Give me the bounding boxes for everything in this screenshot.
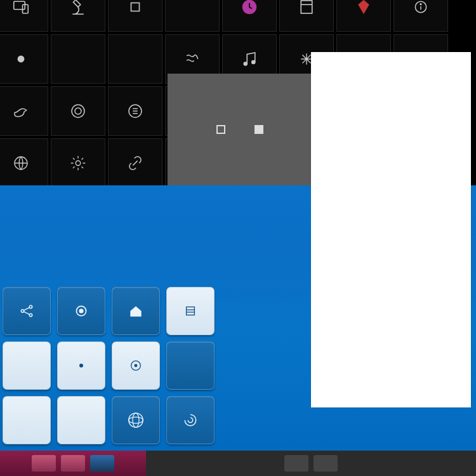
taskbar-accent-segment bbox=[0, 451, 146, 476]
tile-sphere[interactable] bbox=[112, 396, 160, 444]
svg-point-11 bbox=[252, 61, 255, 64]
devices-icon[interactable] bbox=[0, 0, 48, 32]
taskbar-apps-segment bbox=[146, 451, 476, 476]
svg-point-27 bbox=[135, 364, 137, 367]
svg-point-10 bbox=[244, 62, 247, 65]
taskbar-thumb[interactable] bbox=[284, 455, 308, 472]
svg-point-17 bbox=[21, 310, 23, 312]
tile-code[interactable] bbox=[3, 396, 51, 444]
restore-marker-icon bbox=[216, 125, 225, 134]
svg-point-25 bbox=[79, 364, 83, 367]
svg-rect-0 bbox=[14, 1, 25, 10]
blank-tile[interactable] bbox=[108, 34, 162, 84]
gem-icon[interactable] bbox=[336, 0, 391, 32]
gear-icon[interactable] bbox=[51, 138, 105, 188]
blank-window[interactable] bbox=[311, 52, 471, 407]
tile-swirl[interactable] bbox=[166, 396, 215, 444]
svg-point-9 bbox=[18, 56, 25, 63]
tile-home[interactable] bbox=[112, 287, 160, 335]
tile-app[interactable] bbox=[166, 287, 215, 335]
square-icon[interactable] bbox=[108, 0, 162, 32]
tile-blank[interactable] bbox=[166, 341, 215, 390]
overlay-panel[interactable] bbox=[168, 74, 312, 185]
svg-point-21 bbox=[79, 309, 83, 312]
tile-code-badge bbox=[13, 406, 41, 434]
tile-mini[interactable] bbox=[57, 396, 105, 444]
tile-ring[interactable] bbox=[57, 287, 105, 335]
frame-icon[interactable] bbox=[279, 0, 334, 32]
svg-point-29 bbox=[129, 417, 143, 423]
stop-marker-icon bbox=[255, 125, 263, 134]
tile-mini-badge bbox=[72, 411, 90, 429]
svg-rect-2 bbox=[131, 3, 140, 11]
tile-dot[interactable] bbox=[57, 341, 105, 390]
bird-icon[interactable] bbox=[0, 86, 48, 136]
orb-icon[interactable] bbox=[0, 34, 48, 84]
svg-point-12 bbox=[72, 105, 84, 117]
svg-point-19 bbox=[29, 314, 32, 316]
taskbar-thumb[interactable] bbox=[32, 455, 56, 472]
blank-tile[interactable] bbox=[165, 0, 220, 32]
start-tile-grid bbox=[3, 287, 215, 444]
svg-rect-22 bbox=[187, 307, 195, 315]
info-icon[interactable] bbox=[393, 0, 448, 32]
microscope-icon[interactable] bbox=[51, 0, 105, 32]
taskbar bbox=[0, 451, 476, 476]
tile-dot-badge bbox=[67, 352, 95, 380]
svg-point-16 bbox=[76, 161, 81, 166]
svg-point-8 bbox=[420, 4, 421, 5]
svg-point-18 bbox=[29, 305, 32, 308]
blank-tile[interactable] bbox=[51, 34, 105, 84]
taskbar-thumb[interactable] bbox=[61, 455, 85, 472]
globe-icon[interactable] bbox=[0, 138, 48, 188]
tile-share[interactable] bbox=[3, 287, 51, 335]
clock-icon[interactable] bbox=[222, 0, 277, 32]
svg-point-30 bbox=[133, 413, 139, 428]
svg-rect-4 bbox=[301, 1, 312, 13]
tile-text[interactable] bbox=[3, 341, 51, 390]
seal-icon[interactable] bbox=[51, 86, 105, 136]
svg-point-28 bbox=[129, 413, 143, 428]
tile-disc-badge bbox=[122, 352, 150, 380]
taskbar-thumb[interactable] bbox=[90, 455, 114, 472]
tile-text-badge bbox=[13, 352, 41, 380]
link-icon[interactable] bbox=[108, 138, 162, 188]
taskbar-thumb[interactable] bbox=[314, 455, 338, 472]
tile-app-badge bbox=[176, 297, 204, 325]
svg-point-13 bbox=[75, 108, 81, 114]
coin-icon[interactable] bbox=[108, 86, 162, 136]
tile-disc[interactable] bbox=[112, 341, 160, 390]
